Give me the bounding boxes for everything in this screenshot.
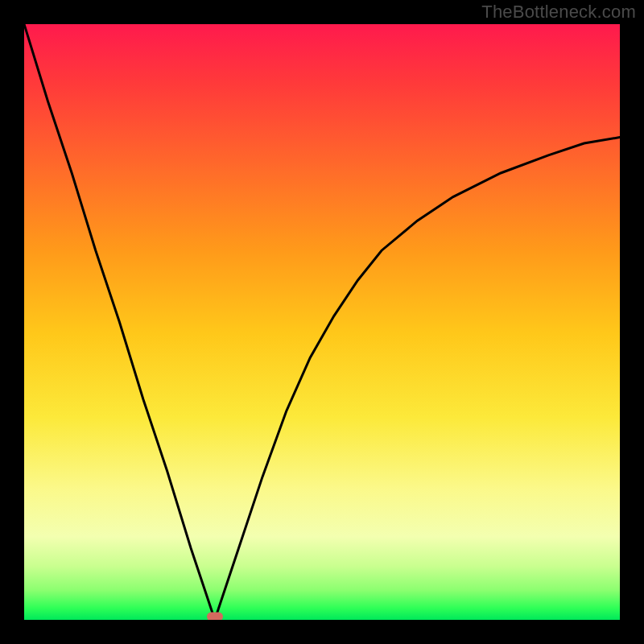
chart-frame: TheBottleneck.com (0, 0, 644, 644)
curve-svg (24, 24, 620, 620)
bottleneck-curve (24, 24, 620, 620)
plot-area (24, 24, 620, 620)
min-marker (207, 613, 223, 621)
watermark-text: TheBottleneck.com (481, 2, 636, 23)
